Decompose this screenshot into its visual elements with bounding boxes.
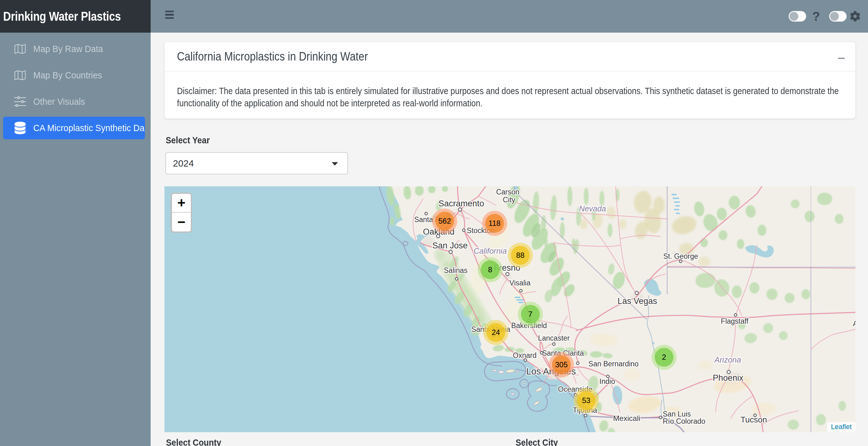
svg-text:Oxnard: Oxnard	[513, 351, 536, 359]
svg-text:Nevada: Nevada	[579, 204, 606, 213]
svg-text:A: A	[853, 320, 856, 328]
svg-text:Visalia: Visalia	[509, 279, 531, 287]
svg-text:Arizona: Arizona	[714, 355, 741, 364]
svg-text:Río Colorado: Río Colorado	[663, 417, 706, 425]
svg-text:Mexicali: Mexicali	[613, 414, 641, 422]
svg-text:St. George: St. George	[663, 252, 698, 260]
svg-text:San Jose: San Jose	[432, 241, 468, 250]
svg-text:Phoenix: Phoenix	[713, 373, 743, 383]
svg-text:Carson: Carson	[496, 188, 519, 196]
svg-text:San Bernardino: San Bernardino	[588, 360, 639, 368]
svg-text:Sacramento: Sacramento	[438, 199, 484, 208]
svg-text:California: California	[473, 247, 507, 255]
svg-text:Flagstaff: Flagstaff	[721, 317, 748, 325]
svg-text:Las Vegas: Las Vegas	[618, 296, 657, 306]
svg-text:Salinas: Salinas	[444, 266, 467, 275]
svg-text:Indio: Indio	[599, 377, 615, 385]
svg-text:City: City	[503, 196, 515, 204]
svg-text:Lancaster: Lancaster	[538, 334, 569, 342]
